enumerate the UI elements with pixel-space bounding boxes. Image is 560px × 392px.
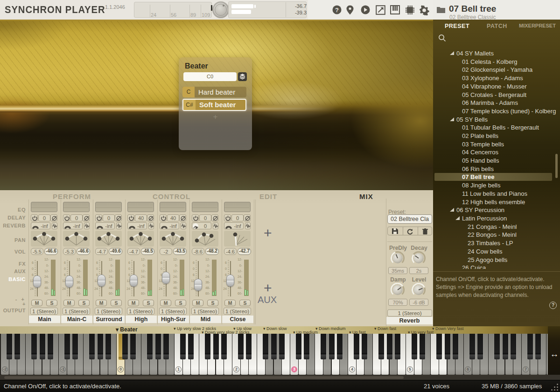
svg-text:?: ? [335, 7, 339, 14]
